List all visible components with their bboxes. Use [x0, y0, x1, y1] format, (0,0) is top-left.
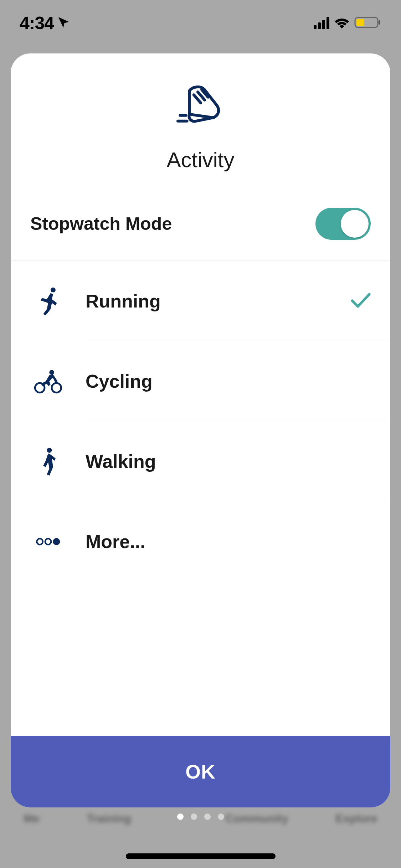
- page-dot: [218, 813, 224, 820]
- status-bar-right: [314, 16, 381, 30]
- cycling-icon: [30, 369, 66, 394]
- shoe-icon: [172, 82, 229, 130]
- activity-row-more[interactable]: More...: [11, 501, 390, 582]
- page-dot: [177, 813, 184, 820]
- location-icon: [57, 16, 70, 30]
- status-time: 4:34: [20, 13, 54, 33]
- activity-row-walking[interactable]: Walking: [11, 421, 390, 501]
- bg-nav-item: Community: [226, 812, 288, 825]
- activity-label: More...: [86, 531, 371, 552]
- modal-title: Activity: [166, 148, 234, 172]
- wifi-icon: [334, 16, 350, 30]
- activity-list: Running Cycling: [11, 261, 390, 736]
- status-bar: 4:34: [0, 0, 401, 46]
- page-dot: [204, 813, 211, 820]
- toggle-knob: [341, 210, 369, 238]
- ok-button-label: OK: [185, 760, 216, 783]
- svg-point-5: [51, 287, 56, 292]
- cellular-signal-icon: [314, 17, 329, 29]
- svg-point-7: [52, 383, 61, 393]
- battery-icon: [354, 16, 381, 30]
- activity-label: Walking: [86, 451, 371, 472]
- bg-nav-item: Explore: [335, 812, 377, 825]
- status-bar-left: 4:34: [20, 13, 70, 33]
- bg-nav-item: Me: [24, 812, 39, 825]
- page-dot: [191, 813, 197, 820]
- svg-point-12: [53, 538, 60, 545]
- activity-modal: Activity Stopwatch Mode Running: [11, 53, 390, 807]
- modal-header: Activity: [11, 53, 390, 193]
- svg-point-10: [37, 538, 43, 544]
- more-icon: [30, 537, 66, 546]
- svg-point-9: [47, 448, 52, 453]
- stopwatch-mode-toggle[interactable]: [315, 208, 371, 240]
- activity-row-cycling[interactable]: Cycling: [11, 341, 390, 421]
- svg-point-8: [49, 370, 54, 374]
- activity-label: Running: [86, 290, 351, 312]
- stopwatch-mode-row: Stopwatch Mode: [11, 193, 390, 261]
- running-icon: [30, 287, 66, 315]
- activity-row-running[interactable]: Running: [11, 261, 390, 341]
- walking-icon: [30, 447, 66, 476]
- page-indicator: [177, 813, 224, 820]
- bg-nav-item: Training: [87, 812, 131, 825]
- svg-rect-2: [356, 19, 364, 26]
- svg-point-11: [45, 538, 51, 544]
- stopwatch-mode-label: Stopwatch Mode: [30, 213, 172, 234]
- svg-rect-1: [379, 20, 380, 25]
- ok-button[interactable]: OK: [11, 736, 390, 807]
- home-indicator[interactable]: [126, 853, 276, 859]
- check-icon: [351, 293, 371, 309]
- activity-label: Cycling: [86, 371, 371, 392]
